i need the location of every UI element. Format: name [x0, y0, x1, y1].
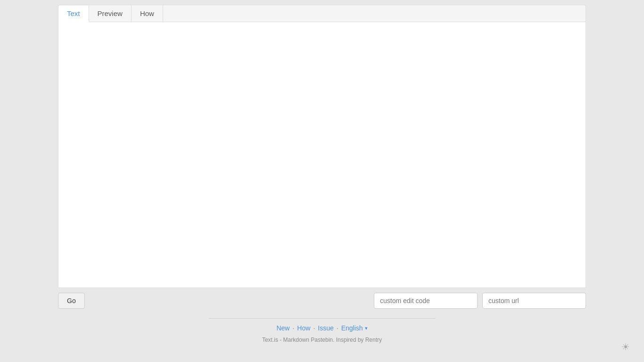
bottom-bar: Go: [58, 288, 586, 313]
go-button[interactable]: Go: [58, 293, 85, 309]
tab-text[interactable]: Text: [58, 6, 89, 22]
footer-sep-2: ·: [313, 324, 315, 332]
main-container: Text Preview How Go: [58, 0, 586, 313]
footer: New · How · Issue · English ▾ Text.is - …: [0, 313, 644, 353]
theme-toggle-button[interactable]: ☀: [621, 341, 630, 353]
chevron-down-icon: ▾: [365, 325, 368, 331]
custom-edit-code-input[interactable]: [374, 293, 478, 309]
tab-preview[interactable]: Preview: [89, 5, 132, 22]
footer-tagline: Text.is - Markdown Pastebin. Inspired by…: [262, 337, 382, 343]
editor-area: [58, 22, 586, 288]
footer-link-how[interactable]: How: [297, 324, 310, 332]
tab-bar: Text Preview How: [58, 5, 586, 22]
tab-how[interactable]: How: [132, 5, 163, 22]
language-label: English: [341, 324, 363, 332]
footer-sep-1: ·: [292, 324, 294, 332]
footer-sep-3: ·: [337, 324, 339, 332]
footer-link-issue[interactable]: Issue: [318, 324, 333, 332]
language-selector[interactable]: English ▾: [341, 324, 368, 332]
footer-link-new[interactable]: New: [276, 324, 289, 332]
footer-links: New · How · Issue · English ▾: [276, 324, 367, 332]
footer-divider: [209, 318, 435, 319]
custom-url-input[interactable]: [482, 293, 586, 309]
text-editor[interactable]: [58, 22, 586, 286]
